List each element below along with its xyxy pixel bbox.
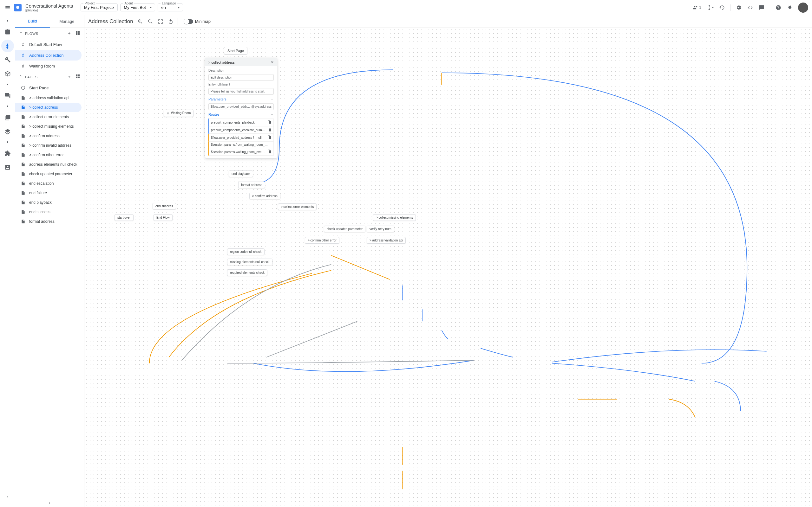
route-item[interactable]: $session.params.waiting_room_event_handl… [208, 148, 274, 156]
rail-flows-icon[interactable] [1, 40, 14, 52]
page-item[interactable]: > collect error elements [15, 112, 82, 122]
node-required-check[interactable]: required elements check [227, 269, 267, 276]
project-selector[interactable]: Project My First Project▾ [81, 3, 118, 11]
code-icon[interactable] [747, 4, 753, 11]
popup-title: > collect address [208, 60, 235, 64]
chat-icon[interactable] [758, 4, 765, 11]
product-subtitle: [preview] [26, 9, 73, 12]
page-item[interactable]: end playback [15, 198, 82, 207]
page-item[interactable]: format address [15, 217, 82, 226]
page-item[interactable]: > confirm other error [15, 150, 82, 160]
copy-icon[interactable] [268, 128, 271, 132]
chevron-up-icon[interactable]: ⌃ [19, 74, 22, 79]
flow-item[interactable]: Address Collection [15, 50, 82, 60]
flow-item[interactable]: Waiting Room [15, 60, 82, 71]
page-item[interactable]: check updated parameter [15, 169, 82, 179]
reset-icon[interactable] [167, 18, 174, 25]
route-item[interactable]: $session.params.from_waiting_room_reusab… [208, 141, 274, 148]
close-icon[interactable]: ✕ [271, 60, 274, 64]
node-address-validation[interactable]: > address validation api [367, 237, 406, 244]
page-item[interactable]: > address validation api [15, 93, 82, 103]
rail-library-icon[interactable] [1, 111, 14, 124]
zoom-out-icon[interactable] [147, 18, 154, 25]
node-waiting-room[interactable]: Waiting Room [164, 110, 194, 117]
page-item[interactable]: end failure [15, 188, 82, 198]
node-confirm-address[interactable]: > confirm address [249, 193, 281, 199]
node-format-address[interactable]: format address [238, 181, 265, 188]
node-start-page[interactable]: Start Page [224, 47, 247, 55]
breadcrumb: Address Collection [88, 18, 133, 25]
page-item[interactable]: > collect address [15, 103, 82, 112]
flows-heading: FLOWS [25, 32, 38, 36]
node-verify-retry[interactable]: verify retry num [367, 226, 394, 232]
rail-wrench-icon[interactable] [1, 54, 14, 66]
node-check-updated[interactable]: check updated parameter [324, 226, 365, 232]
node-end-playback[interactable]: end playback [229, 170, 253, 177]
hamburger-icon[interactable] [4, 4, 11, 11]
settings-icon[interactable] [735, 4, 742, 11]
start-page-item[interactable]: Start Page [15, 82, 82, 93]
node-missing-check[interactable]: missing elements null check [227, 259, 272, 265]
language-selector[interactable]: Language en▾ [158, 3, 183, 11]
agent-selector[interactable]: Agent My First Bot▾ [120, 3, 155, 11]
page-item[interactable]: end success [15, 207, 82, 217]
publish-icon[interactable]: ▾ [706, 4, 714, 11]
chevron-down-icon: ▾ [178, 6, 180, 9]
route-item[interactable]: $flow.user_provided_address != null [208, 134, 274, 141]
page-item[interactable]: > confirm invalid address [15, 141, 82, 150]
parameters-link[interactable]: Parameters [208, 97, 226, 101]
user-avatar[interactable] [798, 3, 808, 13]
page-item[interactable]: > collect missing elements [15, 122, 82, 131]
node-start-over[interactable]: start over [114, 214, 134, 221]
node-end-success[interactable]: end success [153, 203, 176, 210]
rail-collapse-icon[interactable] [1, 491, 14, 503]
rail-layers-icon[interactable] [1, 125, 14, 138]
routes-link[interactable]: Routes [208, 112, 219, 116]
node-confirm-other[interactable]: > confirm other error [305, 237, 339, 244]
add-parameter-icon[interactable]: ＋ [270, 97, 274, 101]
grid-icon[interactable] [75, 31, 80, 37]
fit-icon[interactable] [157, 18, 164, 25]
add-route-icon[interactable]: ＋ [270, 112, 274, 117]
copy-icon[interactable] [268, 135, 271, 140]
product-title: Conversational Agents [26, 3, 73, 9]
copy-icon[interactable] [268, 150, 271, 154]
page-item[interactable]: > confirm address [15, 131, 82, 141]
node-collect-missing[interactable]: > collect missing elements [373, 214, 416, 221]
rail-clipboard-icon[interactable] [1, 26, 14, 38]
rail-extension-icon[interactable] [1, 147, 14, 160]
route-item[interactable]: prebuilt_components_playback [208, 118, 274, 126]
users-icon[interactable]: 1 [693, 4, 701, 11]
page-icon [20, 105, 26, 110]
tab-build[interactable]: Build [15, 15, 50, 27]
page-icon [20, 181, 26, 186]
node-end-flow[interactable]: End Flow [154, 214, 172, 221]
entry-fulfillment-value[interactable]: Please tell us your full address to star… [208, 88, 274, 95]
description-input[interactable]: Edit description [208, 74, 274, 81]
rail-message-icon[interactable] [1, 89, 14, 102]
flow-item[interactable]: Default Start Flow [15, 39, 82, 50]
page-item[interactable]: address elements null check [15, 160, 82, 169]
parameter-name[interactable]: $flow.user_provided_addr… [211, 105, 250, 108]
route-item[interactable]: prebuilt_components_escalate_human_agent [208, 126, 274, 134]
page-item[interactable]: end escalation [15, 179, 82, 188]
grid-icon[interactable] [75, 74, 80, 80]
tab-manage[interactable]: Manage [50, 15, 84, 27]
copy-icon[interactable] [268, 120, 271, 124]
help-icon[interactable] [775, 4, 781, 11]
debug-icon[interactable] [786, 4, 793, 11]
add-page-icon[interactable]: ＋ [67, 74, 71, 80]
history-icon[interactable] [719, 4, 725, 11]
minimap-toggle[interactable] [184, 19, 193, 24]
add-flow-icon[interactable]: ＋ [67, 31, 71, 37]
chevron-up-icon[interactable]: ⌃ [19, 31, 22, 36]
rail-box-icon[interactable] [1, 67, 14, 80]
node-collect-error[interactable]: > collect error elements [278, 204, 316, 210]
zoom-in-icon[interactable] [137, 18, 143, 25]
page-icon [20, 114, 26, 120]
sidebar-collapse-icon[interactable]: ‹ [15, 498, 84, 507]
flow-canvas[interactable]: Start Page Waiting Room > collect addres… [84, 28, 812, 507]
page-icon [20, 152, 26, 158]
node-region-check[interactable]: region code null check [227, 248, 264, 255]
rail-contact-icon[interactable] [1, 161, 14, 174]
